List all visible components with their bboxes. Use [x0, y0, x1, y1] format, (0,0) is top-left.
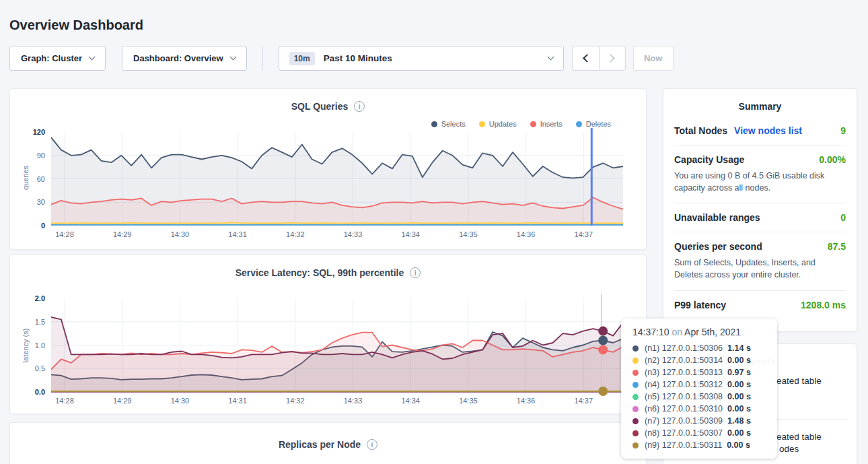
- tooltip-row: (n6) 127.0.0.1:503100.00 s: [632, 403, 769, 415]
- info-icon[interactable]: i: [410, 267, 421, 278]
- p99-latency-value: 1208.0 ms: [801, 300, 846, 310]
- x-axis-tick-label: 14:36: [517, 230, 536, 238]
- summary-row-unavailable: Unavailable ranges 0: [674, 203, 846, 232]
- tooltip-time: 14:37:10: [632, 327, 670, 337]
- event-item-text: odes: [779, 444, 799, 454]
- sql-queries-chart[interactable]: 14:2814:2914:3014:3114:3214:3314:3414:35…: [10, 127, 647, 246]
- event-item-text: eated table: [776, 432, 822, 442]
- time-range-label: Past 10 Minutes: [324, 53, 392, 63]
- hover-point-dot: [598, 336, 608, 345]
- unavailable-ranges-value: 0: [840, 212, 846, 223]
- series-dot-icon: [632, 358, 639, 364]
- charts-column: SQL Queries i SelectsUpdatesInsertsDelet…: [9, 88, 647, 464]
- tooltip-node-label: (n3) 127.0.0.1:50313: [645, 368, 723, 377]
- latency-title-row: Service Latency: SQL, 99th percentile i: [10, 267, 646, 278]
- x-axis-tick-label: 14:33: [344, 397, 363, 405]
- latency-card: Service Latency: SQL, 99th percentile i …: [9, 255, 647, 414]
- sql-queries-title-row: SQL Queries i: [10, 101, 646, 112]
- tooltip-node-value: 1.48 s: [727, 416, 751, 426]
- tooltip-node-value: 1.14 s: [727, 343, 751, 353]
- replicas-title-row: Replicas per Node i: [10, 439, 646, 450]
- total-nodes-value: 9: [840, 125, 846, 136]
- dashboard-dropdown-label: Dashboard: Overview: [133, 53, 223, 63]
- tooltip-node-label: (n7) 127.0.0.1:50309: [645, 416, 723, 426]
- view-nodes-list-link[interactable]: View nodes list: [734, 125, 802, 136]
- y-axis-tick-label: 0: [41, 222, 45, 230]
- tooltip-timestamp: 14:37:10 on Apr 5th, 2021: [632, 327, 769, 337]
- tooltip-node-value: 0.97 s: [727, 368, 751, 377]
- x-axis-tick-label: 14:33: [344, 230, 363, 238]
- summary-panel: Summary Total Nodes View nodes list 9 Ca…: [663, 88, 857, 332]
- y-axis-tick-label: 0.5: [35, 364, 45, 372]
- time-nav-group: [572, 46, 626, 71]
- time-range-dropdown[interactable]: 10m Past 10 Minutes: [279, 46, 564, 71]
- info-icon[interactable]: i: [354, 101, 365, 112]
- series-dot-icon: [632, 418, 639, 424]
- latency-chart[interactable]: 14:2814:2914:3014:3114:3214:3314:3414:35…: [10, 293, 647, 413]
- x-axis-tick-label: 14:32: [286, 397, 305, 405]
- tooltip-row: (n1) 127.0.0.1:503061.14 s: [632, 342, 769, 354]
- hover-point-dot: [598, 327, 608, 336]
- latency-title: Service Latency: SQL, 99th percentile: [236, 267, 404, 278]
- series-dot-icon: [632, 442, 639, 449]
- info-icon[interactable]: i: [367, 439, 377, 450]
- chevron-down-icon: [547, 54, 554, 61]
- tooltip-node-label: (n8) 127.0.0.1:50307: [645, 428, 723, 438]
- tooltip-date: Apr 5th, 2021: [684, 327, 741, 337]
- tooltip-rows: (n1) 127.0.0.1:503061.14 s(n2) 127.0.0.1…: [632, 342, 769, 451]
- chevron-down-icon: [89, 54, 96, 61]
- chevron-down-icon: [229, 54, 236, 61]
- tooltip-node-label: (n2) 127.0.0.1:50314: [645, 356, 723, 365]
- event-item-text: eated table: [776, 376, 822, 386]
- summary-row-total-nodes: Total Nodes View nodes list 9: [674, 117, 846, 145]
- qps-value: 87.5: [828, 241, 846, 252]
- tooltip-node-value: 0.00 s: [727, 428, 751, 438]
- sql-queries-title: SQL Queries: [291, 101, 349, 112]
- x-axis-tick-label: 14:34: [401, 230, 420, 238]
- chevron-right-icon: [606, 54, 615, 63]
- y-axis-tick-label: 1.5: [35, 318, 45, 326]
- summary-row-capacity: Capacity Usage 0.00% You are using 0 B o…: [674, 145, 846, 203]
- y-axis-tick-label: 90: [37, 152, 45, 160]
- time-prev-button[interactable]: [572, 46, 599, 71]
- hover-point-dot: [598, 345, 608, 354]
- tooltip-node-value: 0.00 s: [727, 392, 751, 401]
- now-button[interactable]: Now: [633, 46, 674, 71]
- tooltip-node-value: 0.00 s: [727, 356, 751, 365]
- series-dot-icon: [632, 345, 639, 352]
- dashboard-dropdown[interactable]: Dashboard: Overview: [122, 46, 247, 71]
- y-axis-tick-label: 120: [33, 128, 45, 136]
- capacity-usage-value: 0.00%: [819, 154, 846, 165]
- series-dot-icon: [632, 370, 639, 376]
- series-dot-icon: [632, 382, 639, 388]
- series-dot-icon: [632, 430, 639, 436]
- chevron-left-icon: [583, 54, 591, 63]
- page-title: Overview Dashboard: [9, 18, 143, 33]
- tooltip-node-label: (n5) 127.0.0.1:50308: [645, 392, 723, 401]
- tooltip-on: on: [672, 327, 682, 337]
- qps-description: Sum of Selects, Updates, Inserts, and De…: [674, 257, 846, 281]
- graph-dropdown[interactable]: Graph: Cluster: [9, 46, 106, 71]
- summary-title: Summary: [674, 89, 846, 117]
- y-axis-tick-label: 1.0: [35, 341, 45, 350]
- x-axis-tick-label: 14:29: [113, 230, 132, 238]
- time-next-button[interactable]: [599, 46, 626, 71]
- tooltip-node-value: 0.00 s: [727, 404, 751, 413]
- y-axis-tick-label: 30: [37, 198, 45, 206]
- y-axis-tick-label: 0.0: [35, 388, 45, 396]
- y-axis-tick-label: 60: [37, 175, 45, 183]
- tooltip-row: (n4) 127.0.0.1:503120.00 s: [632, 378, 769, 391]
- controls-bar: Graph: Cluster Dashboard: Overview 10m P…: [9, 46, 674, 71]
- graph-dropdown-label: Graph: Cluster: [21, 53, 82, 63]
- tooltip-node-label: (n9) 127.0.0.1:50311: [645, 440, 722, 450]
- x-axis-tick-label: 14:35: [459, 230, 478, 238]
- tooltip-node-label: (n1) 127.0.0.1:50306: [645, 343, 723, 353]
- x-axis-tick-label: 14:37: [575, 230, 593, 238]
- x-axis-tick-label: 14:35: [459, 397, 478, 405]
- replicas-title: Replicas per Node: [279, 439, 361, 450]
- tooltip-row: (n5) 127.0.0.1:503080.00 s: [632, 391, 769, 403]
- sql-queries-card: SQL Queries i SelectsUpdatesInsertsDelet…: [9, 88, 647, 250]
- x-axis-tick-label: 14:36: [517, 397, 536, 405]
- chart-hover-tooltip: 14:37:10 on Apr 5th, 2021 (n1) 127.0.0.1…: [621, 319, 777, 459]
- total-nodes-label: Total Nodes: [674, 125, 727, 136]
